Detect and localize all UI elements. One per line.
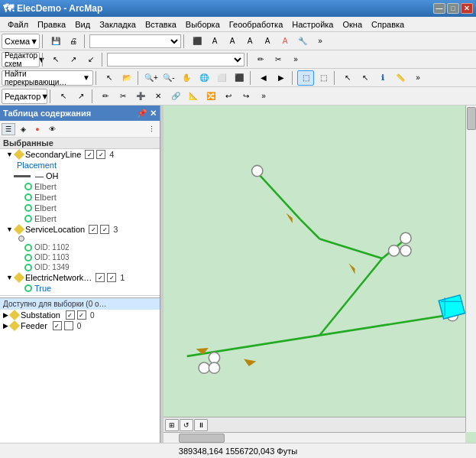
toc-selected-btn[interactable]: ● xyxy=(31,123,44,135)
menu-help[interactable]: Справка xyxy=(367,17,409,31)
es-btn2[interactable]: ↗ xyxy=(65,52,82,67)
layer-electricnetwork[interactable]: ▼ ElectricNetwork… 1 xyxy=(0,272,160,283)
select-btn[interactable]: ⬚ xyxy=(297,70,314,86)
menu-geoprocess[interactable]: Геообработка xyxy=(225,17,288,31)
editor-schema-dropdown[interactable]: Редактор схем ▼ xyxy=(2,52,40,67)
ed-btn7[interactable]: 🔗 xyxy=(167,89,184,104)
toc-pin-btn[interactable]: 📌 xyxy=(137,109,147,119)
toc-options-btn[interactable]: ⋮ xyxy=(144,123,158,135)
layer-servicelocation[interactable]: ▼ ServiceLocation 3 xyxy=(0,224,160,235)
ed-btn6[interactable]: ✕ xyxy=(150,89,167,104)
child-elbert-2[interactable]: Elbert xyxy=(0,192,160,203)
cursor-btn[interactable]: ↖ xyxy=(357,70,374,86)
substation-vis-cb[interactable] xyxy=(66,310,75,320)
tb-btn4[interactable]: A xyxy=(241,34,258,49)
minimize-button[interactable]: — xyxy=(433,3,445,14)
tb-btn2[interactable]: A xyxy=(206,34,223,49)
tb-btn5[interactable]: A xyxy=(259,34,276,49)
feeder-vis-cb[interactable] xyxy=(53,321,62,330)
child-elbert-4[interactable]: Elbert xyxy=(0,213,160,224)
ed-btn2[interactable]: ↗ xyxy=(73,89,89,104)
info-btn[interactable]: ℹ xyxy=(374,70,391,86)
forward-btn[interactable]: ▶ xyxy=(273,70,290,86)
globe-btn[interactable]: 🌐 xyxy=(196,70,212,86)
schema-select[interactable] xyxy=(89,34,181,48)
toc-visible-btn[interactable]: 👁 xyxy=(45,123,59,135)
ed-btn4[interactable]: ✂ xyxy=(115,89,131,104)
menu-select[interactable]: Выборка xyxy=(181,17,225,31)
sl-sel-cb[interactable] xyxy=(100,225,109,234)
map-scrollbar-vertical[interactable] xyxy=(465,106,476,432)
toc-close-btn[interactable]: ✕ xyxy=(150,109,157,119)
select2-btn[interactable]: ⬚ xyxy=(315,70,332,86)
feeder-sel-cb[interactable] xyxy=(64,321,73,330)
find-dropdown[interactable]: Найти перекрывающи… ▼ xyxy=(2,70,93,86)
ed-btn10[interactable]: ↩ xyxy=(220,89,237,104)
es-btn5[interactable]: ✂ xyxy=(270,52,287,67)
ed-btn5[interactable]: ➕ xyxy=(132,89,149,104)
editor-schema-select[interactable] xyxy=(107,53,244,67)
menu-edit[interactable]: Правка xyxy=(33,17,70,31)
full-extent-btn[interactable]: ⬜ xyxy=(213,70,230,86)
secondaryline-vis-cb[interactable] xyxy=(85,150,94,159)
ed-btn8[interactable]: 📐 xyxy=(185,89,202,104)
es-btn3[interactable]: ↙ xyxy=(83,52,99,67)
child-oid-1102[interactable]: OID: 1102 xyxy=(0,242,160,252)
es-btn1[interactable]: ↖ xyxy=(47,52,64,67)
en-sel-cb[interactable] xyxy=(107,273,116,282)
menu-insert[interactable]: Вставка xyxy=(141,17,181,31)
tb-btn1[interactable]: ⬛ xyxy=(189,34,206,49)
scroll-thumb-h[interactable] xyxy=(179,434,225,443)
tb-btn7[interactable]: 🔧 xyxy=(294,34,311,49)
toolbar-print-btn[interactable]: 🖨 xyxy=(65,34,82,49)
ed-btn11[interactable]: ↪ xyxy=(238,89,254,104)
layer-oh[interactable]: — OH xyxy=(0,171,160,181)
layer-placement[interactable]: Placement xyxy=(0,160,160,171)
menu-settings[interactable]: Настройка xyxy=(287,17,338,31)
find-folder-btn[interactable]: 📂 xyxy=(118,70,135,86)
arrow-btn[interactable]: ↖ xyxy=(339,70,356,86)
tb-btn6[interactable]: A xyxy=(277,34,293,49)
sl-vis-cb[interactable] xyxy=(89,225,98,234)
back-btn[interactable]: ◀ xyxy=(255,70,272,86)
map-nav-refresh-btn[interactable]: ↺ xyxy=(180,419,193,431)
toolbar-save-btn[interactable]: 💾 xyxy=(47,34,64,49)
close-button[interactable]: ✕ xyxy=(461,3,473,14)
menu-windows[interactable]: Окна xyxy=(338,17,367,31)
child-oid-1349[interactable]: OID: 1349 xyxy=(0,262,160,272)
menu-view[interactable]: Вид xyxy=(70,17,95,31)
bottom-layer-substation[interactable]: ▶ Substation 0 xyxy=(0,310,160,320)
ed-btn3[interactable]: ✏ xyxy=(97,89,114,104)
more-btn[interactable]: » xyxy=(410,70,426,86)
en-vis-cb[interactable] xyxy=(96,273,105,282)
ed-btn1[interactable]: ↖ xyxy=(55,89,72,104)
ed-btn9[interactable]: 🔀 xyxy=(202,89,219,104)
zoom-out-btn[interactable]: 🔍- xyxy=(160,70,177,86)
es-btn4[interactable]: ✏ xyxy=(252,52,269,67)
map-nav-pause-btn[interactable]: ⏸ xyxy=(194,419,208,431)
tb-more[interactable]: » xyxy=(312,34,329,49)
schema-dropdown-btn[interactable]: Схема ▼ xyxy=(2,34,40,49)
zoom-in-btn[interactable]: 🔍+ xyxy=(143,70,160,86)
full-extent2-btn[interactable]: ⬛ xyxy=(231,70,248,86)
child-elbert-3[interactable]: Elbert xyxy=(0,203,160,213)
substation-sel-cb[interactable] xyxy=(77,310,86,320)
child-true[interactable]: True xyxy=(0,283,160,294)
menu-bookmark[interactable]: Закладка xyxy=(95,17,141,31)
toc-list-btn[interactable]: ☰ xyxy=(2,123,15,135)
secondaryline-sel-cb[interactable] xyxy=(96,150,105,159)
pan-btn[interactable]: ✋ xyxy=(178,70,195,86)
es-more[interactable]: » xyxy=(287,52,304,67)
find-cursor-btn[interactable]: ↖ xyxy=(101,70,118,86)
toc-layer-btn[interactable]: ◈ xyxy=(16,123,30,135)
layer-secondaryline[interactable]: ▼ SecondaryLine 4 xyxy=(0,149,160,160)
menu-file[interactable]: Файл xyxy=(3,17,33,31)
map-scrollbar-horizontal[interactable] xyxy=(164,432,465,443)
measure-btn[interactable]: 📏 xyxy=(392,70,409,86)
tb-btn3[interactable]: A xyxy=(224,34,241,49)
scroll-thumb-v[interactable] xyxy=(467,107,476,130)
map-area[interactable]: ⊞ ↺ ⏸ xyxy=(164,106,476,443)
maximize-button[interactable]: □ xyxy=(447,3,459,14)
child-elbert-1[interactable]: Elbert xyxy=(0,181,160,192)
child-oid-1103[interactable]: OID: 1103 xyxy=(0,252,160,262)
